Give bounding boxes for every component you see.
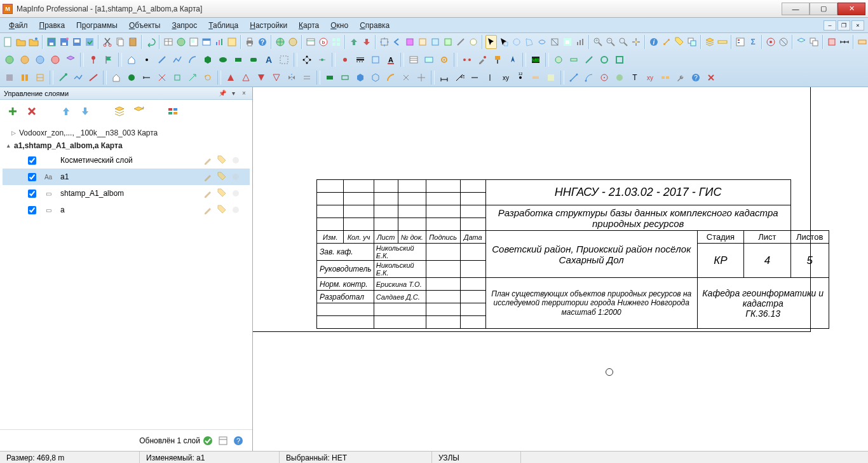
select-polygon-icon[interactable] <box>524 35 535 49</box>
cad-poly1-icon[interactable] <box>353 71 367 85</box>
reshape-icon[interactable] <box>300 53 314 67</box>
cad-tri2-icon[interactable] <box>239 71 253 85</box>
layer-edit-icon[interactable] <box>203 188 213 198</box>
drag-window-icon[interactable] <box>686 35 698 49</box>
layer-theme-icon[interactable] <box>165 104 180 119</box>
layer-visible-checkbox[interactable] <box>28 190 36 198</box>
layer-visible-checkbox[interactable] <box>28 173 36 181</box>
layer-stack-icon[interactable] <box>112 104 127 119</box>
mapbasic-icon[interactable]: MB <box>529 53 543 67</box>
cut-icon[interactable] <box>102 35 113 49</box>
layer-style-icon[interactable] <box>231 172 241 182</box>
cad-a-icon[interactable] <box>3 71 17 85</box>
cad-h-icon[interactable] <box>155 71 169 85</box>
layer-visible-checkbox[interactable] <box>28 156 36 165</box>
menu-objects[interactable]: Объекты <box>124 20 166 31</box>
new-redistrict-icon[interactable] <box>226 35 238 49</box>
snap-icon[interactable] <box>460 53 474 67</box>
new-graph-icon[interactable] <box>214 35 225 49</box>
tool2-a-icon[interactable] <box>3 53 17 67</box>
sym-rrect-icon[interactable] <box>247 53 261 67</box>
prev-view-icon[interactable] <box>391 35 403 49</box>
new-browser-icon[interactable] <box>201 35 212 49</box>
cad-b-icon[interactable] <box>18 71 32 85</box>
move-down-icon[interactable] <box>361 35 372 49</box>
add-node-icon[interactable] <box>315 53 329 67</box>
menu-programs[interactable]: Программы <box>71 20 123 31</box>
cad-i-icon[interactable] <box>170 71 184 85</box>
zoom-in-icon[interactable]: + <box>592 35 604 49</box>
cad-dim2-icon[interactable]: 45 <box>452 71 466 85</box>
layer-style-icon[interactable] <box>231 155 241 165</box>
text-style-icon[interactable]: A <box>384 53 398 67</box>
wfs-icon[interactable] <box>287 35 299 49</box>
wms-icon[interactable] <box>275 35 286 49</box>
apply-icon[interactable] <box>200 433 215 448</box>
copy-icon[interactable] <box>114 35 126 49</box>
ruler-icon[interactable] <box>717 35 728 49</box>
tool-e-icon[interactable] <box>455 35 466 49</box>
cad-tri3-icon[interactable] <box>254 71 268 85</box>
sym-point-icon[interactable] <box>140 53 154 67</box>
frame-icon[interactable] <box>277 53 291 67</box>
unselect-icon[interactable] <box>549 35 560 49</box>
dropdown-icon[interactable]: ▾ <box>229 89 238 98</box>
sym-polyline-icon[interactable] <box>170 53 184 67</box>
layer-label-icon[interactable] <box>217 188 227 198</box>
map-canvas[interactable]: ННГАСУ - 21.03.02 - 2017 - ГИС Разработк… <box>253 87 868 451</box>
move-map-icon[interactable] <box>379 35 390 49</box>
layer-row[interactable]: ▭ shtamp_A1_albom <box>3 185 250 202</box>
cad-n-icon[interactable]: xy <box>498 71 512 85</box>
move-up-icon[interactable] <box>348 35 360 49</box>
print-icon[interactable] <box>244 35 255 49</box>
panel-close-icon[interactable]: × <box>240 89 248 98</box>
paint-icon[interactable] <box>491 53 505 67</box>
minimize-button[interactable]: — <box>782 3 810 15</box>
tile-icon[interactable] <box>330 35 342 49</box>
save-window-icon[interactable] <box>71 35 83 49</box>
mdi-close[interactable]: × <box>851 20 864 31</box>
cad-dim3-icon[interactable] <box>468 71 482 85</box>
menu-map[interactable]: Карта <box>294 20 324 31</box>
tool2-last5-icon[interactable] <box>613 53 627 67</box>
menu-table[interactable]: Таблица <box>203 20 243 31</box>
layer-style-icon[interactable] <box>231 205 241 215</box>
tool-f-icon[interactable] <box>468 35 479 49</box>
layer-row[interactable]: Косметический слой <box>3 152 250 169</box>
catalog-icon[interactable] <box>305 35 316 49</box>
sym-style-icon[interactable] <box>338 53 352 67</box>
scale-bar-icon[interactable] <box>839 35 850 49</box>
table-list-icon[interactable] <box>407 53 421 67</box>
tool-d-icon[interactable] <box>442 35 454 49</box>
menu-edit[interactable]: Правка <box>34 20 71 31</box>
stats-icon[interactable]: Σ <box>747 35 759 49</box>
status-size[interactable]: Размер: 469,8 m <box>0 452 140 463</box>
tool-c-icon[interactable] <box>430 35 441 49</box>
cad-dim1-icon[interactable] <box>437 71 451 85</box>
cad-home-icon[interactable] <box>109 71 123 85</box>
change-view-icon[interactable] <box>618 35 629 49</box>
region-style-icon[interactable] <box>369 53 383 67</box>
invert-select-icon[interactable] <box>562 35 573 49</box>
cad-s-icon[interactable] <box>582 71 596 85</box>
pin-icon[interactable]: 📌 <box>218 89 227 98</box>
panel-help-icon[interactable]: ? <box>231 433 246 448</box>
graph-select-icon[interactable] <box>574 35 586 49</box>
layer-label-icon[interactable] <box>217 205 227 215</box>
undo-icon[interactable] <box>145 35 156 49</box>
cad-l-icon[interactable] <box>399 71 413 85</box>
sym-arc-icon[interactable] <box>186 53 200 67</box>
redistrict-btn-icon[interactable] <box>857 35 868 49</box>
cad-r-icon[interactable] <box>567 71 581 85</box>
paste-icon[interactable] <box>127 35 139 49</box>
tool2-last4-icon[interactable] <box>597 53 611 67</box>
cad-help-icon[interactable]: ? <box>689 71 703 85</box>
tree-map-2[interactable]: ▴a1,shtamp_A1_albom,a Карта <box>3 139 250 152</box>
tool2-c-icon[interactable] <box>33 53 47 67</box>
layer-label-icon[interactable] <box>217 155 227 165</box>
tool-b-icon[interactable] <box>417 35 428 49</box>
layer-style-icon[interactable] <box>231 188 241 198</box>
cad-close-icon[interactable] <box>704 71 718 85</box>
line-style-icon[interactable] <box>353 53 367 67</box>
window-list-icon[interactable] <box>422 53 436 67</box>
